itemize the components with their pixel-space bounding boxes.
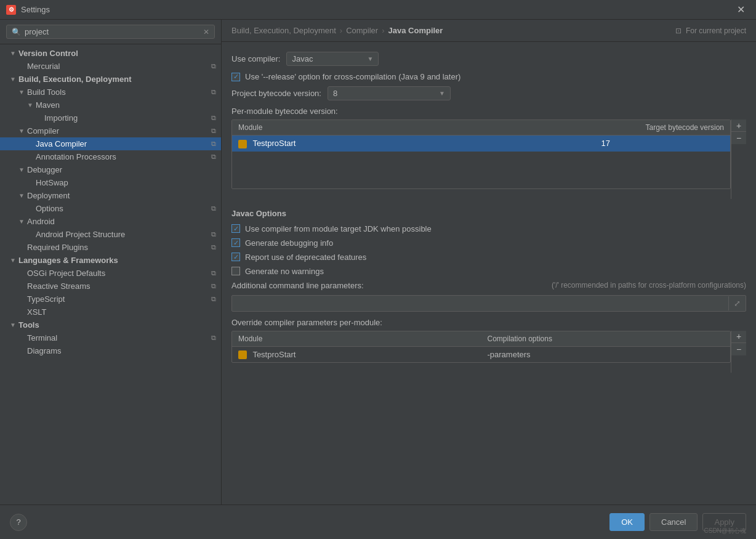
- arrow-icon: ▼: [18, 166, 27, 173]
- javac-option-checkbox-1[interactable]: [231, 238, 240, 247]
- sidebar-item-terminal[interactable]: Terminal ⧉: [0, 331, 221, 344]
- sidebar-item-build-tools[interactable]: ▼ Build Tools ⧉: [0, 86, 221, 99]
- sidebar-item-required-plugins[interactable]: Required Plugins ⧉: [0, 241, 221, 254]
- sidebar-item-label: Compiler: [27, 126, 209, 136]
- table-buttons: + −: [731, 120, 746, 199]
- cancel-button[interactable]: Cancel: [649, 513, 698, 531]
- breadcrumb-sep2: ›: [382, 26, 384, 35]
- additional-params-label: Additional command line parameters:: [231, 281, 364, 290]
- sidebar-item-maven[interactable]: ▼ Maven: [0, 99, 221, 111]
- breadcrumb-step1: Build, Execution, Deployment: [231, 26, 336, 35]
- module-table-header: Module Target bytecode version: [232, 120, 730, 136]
- add-override-button[interactable]: +: [731, 331, 746, 343]
- sidebar-item-label: Terminal: [27, 333, 209, 342]
- sidebar-item-java-compiler[interactable]: Java Compiler ⧉: [0, 137, 221, 150]
- copy-icon: ⧉: [211, 205, 216, 213]
- copy-icon: ⧉: [211, 114, 216, 122]
- arrow-icon: ▼: [18, 218, 27, 225]
- copy-icon: ⧉: [211, 243, 216, 251]
- sidebar-item-tools[interactable]: ▼ Tools: [0, 318, 221, 331]
- bytecode-version-select[interactable]: 8 ▼: [328, 86, 451, 100]
- module-cell: TestproStart: [232, 136, 481, 152]
- additional-params-input[interactable]: [232, 296, 728, 311]
- sidebar-item-debugger[interactable]: ▼ Debugger: [0, 163, 221, 176]
- remove-override-button[interactable]: −: [731, 343, 746, 355]
- sidebar-item-android-project-structure[interactable]: Android Project Structure ⧉: [0, 228, 221, 241]
- cmd-params-row: Additional command line parameters: ('/'…: [231, 281, 746, 290]
- sidebar-item-android[interactable]: ▼ Android: [0, 215, 221, 228]
- release-option-label: Use '--release' option for cross-compila…: [245, 72, 460, 81]
- sidebar-item-xslt[interactable]: XSLT: [0, 306, 221, 318]
- sidebar-item-importing[interactable]: Importing ⧉: [0, 111, 221, 124]
- sidebar-item-label: Android: [27, 217, 216, 226]
- per-module-label: Per-module bytecode version:: [231, 107, 338, 116]
- remove-module-button[interactable]: −: [731, 132, 746, 144]
- watermark: CSDN@初心魂: [704, 527, 747, 535]
- panel-body: Use compiler: Javac ▼ Use '--release' op…: [222, 42, 756, 505]
- release-option-row: Use '--release' option for cross-compila…: [231, 72, 746, 81]
- sidebar-item-languages-frameworks[interactable]: ▼ Languages & Frameworks: [0, 254, 221, 267]
- table-row[interactable]: TestproStart 17: [232, 136, 730, 152]
- compiler-select[interactable]: Javac ▼: [286, 52, 379, 66]
- copy-icon: ⧉: [211, 230, 216, 238]
- copy-icon: ⧉: [211, 153, 216, 161]
- right-panel: Build, Execution, Deployment › Compiler …: [222, 20, 756, 505]
- module-icon: [238, 140, 247, 148]
- sidebar-item-label: Version Control: [18, 49, 216, 58]
- override-module-cell: TestproStart: [232, 347, 481, 363]
- use-compiler-row: Use compiler: Javac ▼: [231, 52, 746, 66]
- sidebar-item-osgi-project-defaults[interactable]: OSGi Project Defaults ⧉: [0, 267, 221, 280]
- search-input[interactable]: [25, 27, 203, 36]
- bottom-bar: ? OK Cancel Apply CSDN@初心魂: [0, 505, 756, 539]
- sidebar-item-mercurial[interactable]: Mercurial ⧉: [0, 60, 221, 73]
- close-button[interactable]: ✕: [732, 1, 750, 18]
- module-name: TestproStart: [252, 139, 296, 148]
- search-clear-button[interactable]: ✕: [203, 28, 209, 36]
- copy-icon: ⧉: [211, 127, 216, 135]
- sidebar-item-version-control[interactable]: ▼ Version Control: [0, 47, 221, 60]
- sidebar-item-hotswap[interactable]: HotSwap: [0, 176, 221, 189]
- window-title: Settings: [21, 5, 732, 14]
- search-icon: 🔍: [12, 28, 21, 36]
- arrow-icon: ▼: [18, 192, 27, 199]
- sidebar-item-deployment[interactable]: ▼ Deployment: [0, 189, 221, 202]
- sidebar-item-label: HotSwap: [36, 178, 216, 187]
- override-label: Override compiler parameters per-module:: [231, 318, 382, 327]
- sidebar-item-label: Build, Execution, Deployment: [18, 75, 216, 84]
- module-table-container: Module Target bytecode version TestproSt…: [231, 120, 746, 199]
- javac-option-checkbox-0[interactable]: [231, 224, 240, 233]
- module-col-header: Module: [232, 120, 481, 135]
- title-bar: ⚙ Settings ✕: [0, 0, 756, 20]
- module-table: Module Target bytecode version TestproSt…: [231, 120, 731, 189]
- sidebar-item-reactive-streams[interactable]: Reactive Streams ⧉: [0, 280, 221, 293]
- project-bytecode-row: Project bytecode version: 8 ▼: [231, 86, 746, 100]
- search-box: 🔍 ✕: [0, 20, 221, 44]
- javac-option-row-2: Report use of deprecated features: [231, 253, 746, 262]
- javac-option-checkbox-2[interactable]: [231, 253, 240, 261]
- ok-button[interactable]: OK: [609, 513, 645, 531]
- arrow-icon: ▼: [10, 50, 18, 57]
- sidebar-item-label: Android Project Structure: [36, 230, 209, 239]
- help-button[interactable]: ?: [10, 514, 27, 531]
- sidebar-item-build-execution-deployment[interactable]: ▼ Build, Execution, Deployment: [0, 73, 221, 86]
- search-wrap[interactable]: 🔍 ✕: [6, 25, 215, 39]
- sidebar-item-label: Java Compiler: [36, 139, 209, 148]
- javac-option-checkbox-3[interactable]: [231, 267, 240, 275]
- copy-icon: ⧉: [211, 334, 216, 342]
- sidebar-item-typescript[interactable]: TypeScript ⧉: [0, 293, 221, 306]
- breadcrumb-sep1: ›: [340, 26, 342, 35]
- release-option-checkbox[interactable]: [231, 73, 240, 81]
- expand-icon[interactable]: ⤢: [728, 296, 746, 310]
- sidebar-item-annotation-processors[interactable]: Annotation Processors ⧉: [0, 150, 221, 163]
- sidebar-item-label: Options: [36, 204, 209, 213]
- add-module-button[interactable]: +: [731, 120, 746, 132]
- override-table-row[interactable]: TestproStart -parameters: [232, 347, 730, 363]
- breadcrumb-step2: Compiler: [346, 26, 378, 35]
- project-bytecode-label: Project bytecode version:: [231, 89, 321, 98]
- sidebar-item-compiler[interactable]: ▼ Compiler ⧉: [0, 124, 221, 137]
- override-table-container: Module Compilation options TestproStart …: [231, 331, 746, 373]
- sidebar-item-options[interactable]: Options ⧉: [0, 202, 221, 215]
- sidebar-item-label: XSLT: [27, 307, 216, 317]
- compiler-select-value: Javac: [292, 54, 363, 63]
- sidebar-item-diagrams[interactable]: Diagrams: [0, 344, 221, 357]
